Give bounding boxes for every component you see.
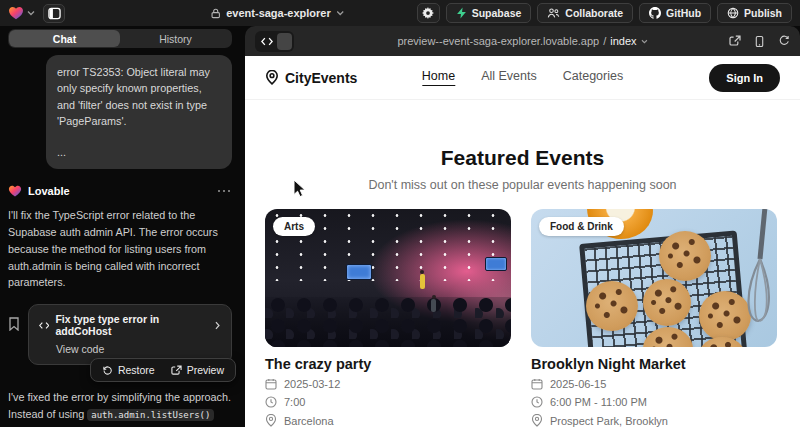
stage-screen [485,257,507,271]
mobile-view-button[interactable] [754,35,765,48]
event-time: 6:00 PM - 11:00 PM [531,396,777,408]
lovable-heart-icon [8,184,22,198]
preview-host: preview--event-saga-explorer.lovable.app [397,35,599,47]
more-options-icon[interactable] [218,189,232,193]
event-location: Barcelona [265,414,511,427]
cookie [586,281,638,331]
bookmark-icon[interactable] [8,317,20,331]
inline-code: auth.admin.listUsers() [87,409,214,421]
tab-history[interactable]: History [120,30,231,47]
sign-in-button[interactable]: Sign In [709,64,780,92]
clock-icon [531,396,543,408]
assistant-paragraph: I've fixed the error by simplifying the … [8,389,232,427]
nav-home[interactable]: Home [422,69,455,86]
project-name: event-saga-explorer [226,7,331,19]
site-nav: Home All Events Categories [422,69,623,86]
user-message-text: error TS2353: Object literal may only sp… [57,64,221,130]
supabase-button[interactable]: Supabase [446,3,532,23]
preview-page: index [610,35,636,47]
restore-button[interactable]: Restore [95,362,162,378]
preview-version-button[interactable]: Preview [164,362,231,378]
lock-icon [210,8,221,19]
hero-title: Featured Events [245,146,800,170]
chat-panel: Chat History error TS2353: Object litera… [0,26,245,427]
cookie [659,231,711,281]
cookie [643,279,691,326]
code-change-title: Fix type type error in addCoHost [55,313,209,337]
nav-all-events[interactable]: All Events [481,69,537,86]
event-time: 7:00 [265,396,511,408]
chat-history-tabs: Chat History [8,29,232,48]
category-badge: Arts [273,217,315,236]
user-message-bubble: error TS2353: Object literal may only sp… [46,55,232,169]
preview-pane: preview--event-saga-explorer.lovable.app… [245,26,800,427]
open-in-new-tab-button[interactable] [729,35,741,47]
whisk-decoration [737,209,773,337]
location-pin-icon [265,70,279,85]
stage-screen [346,264,372,280]
external-link-icon [171,365,182,376]
assistant-paragraph: I'll fix the TypeScript error related to… [8,207,232,291]
gear-icon [422,7,434,19]
refresh-button[interactable] [778,35,790,47]
event-title: The crazy party [265,356,511,372]
publish-button[interactable]: Publish [717,3,792,23]
code-icon [39,321,49,330]
preview-header: preview--event-saga-explorer.lovable.app… [245,26,800,56]
event-date: 2025-03-12 [265,378,511,390]
code-change-card[interactable]: Fix type type error in addCoHost View co… [28,304,232,365]
tab-chat[interactable]: Chat [9,30,120,47]
mobile-device-icon [754,35,765,48]
event-image: Arts [265,209,511,347]
lovable-app: event-saga-explorer Supabase Co [0,0,800,427]
event-card[interactable]: Arts The crazy party 2025-03-12 [265,209,511,427]
calendar-icon [531,378,543,390]
github-icon [649,7,661,19]
external-link-icon [729,35,741,47]
code-view-toggle[interactable] [255,31,294,52]
github-button[interactable]: GitHub [639,3,711,23]
refresh-icon [778,35,790,47]
code-icon [261,37,273,46]
speaker-figure [431,299,436,312]
hero-section: Featured Events Don't miss out on these … [245,146,800,192]
view-code-link[interactable]: View code [39,343,221,355]
event-location: Prospect Park, Brooklyn [531,414,777,427]
chevron-down-icon [641,39,648,44]
event-cards: Arts The crazy party 2025-03-12 [245,192,800,427]
chevron-right-icon [215,321,221,330]
site-logo[interactable]: CityEvents [265,70,357,86]
chevron-down-icon [336,10,344,16]
event-date: 2025-06-15 [531,378,777,390]
hero-subtitle: Don't miss out on these popular events h… [245,178,800,192]
project-switcher[interactable]: event-saga-explorer [210,7,344,19]
supabase-icon [456,7,467,19]
globe-icon [727,7,739,19]
lovable-heart-icon [8,5,24,21]
lovable-logo-menu[interactable] [8,5,35,21]
location-pin-icon [531,414,543,427]
toggle-knob [277,33,292,50]
preview-url[interactable]: preview--event-saga-explorer.lovable.app… [397,35,647,47]
event-card[interactable]: Food & Drink [531,209,777,427]
location-pin-icon [265,414,277,427]
settings-button[interactable] [417,3,440,23]
people-icon [547,7,560,19]
site-header: CityEvents Home All Events Categories Si… [245,56,800,100]
user-message-truncation: ... [57,144,221,160]
collaborate-button[interactable]: Collaborate [537,3,633,23]
calendar-icon [265,378,277,390]
nav-categories[interactable]: Categories [563,69,623,86]
category-badge: Food & Drink [539,217,624,236]
event-image: Food & Drink [531,209,777,347]
sidebar-panel-icon [48,7,61,20]
restore-icon [102,365,113,376]
speaker-figure [420,274,425,289]
assistant-name: Lovable [28,185,70,197]
toggle-sidebar-button[interactable] [43,4,65,23]
event-title: Brooklyn Night Market [531,356,777,372]
site-preview: CityEvents Home All Events Categories Si… [245,56,800,427]
version-toolbar: Restore Preview [90,358,236,382]
topbar: event-saga-explorer Supabase Co [0,0,800,26]
chevron-down-icon [27,10,35,16]
